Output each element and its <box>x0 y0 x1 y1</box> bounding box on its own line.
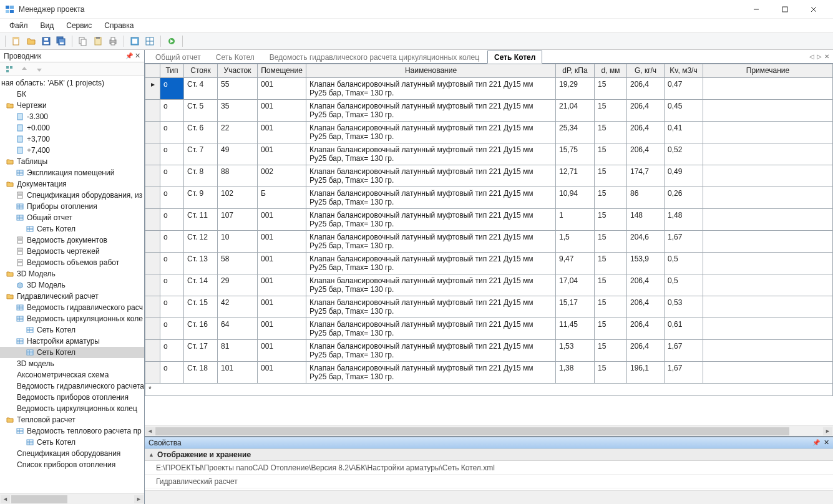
tb-grid-icon[interactable] <box>143 34 157 48</box>
table-row[interactable]: oСт. 1542001Клапан балансировочный латун… <box>145 296 833 318</box>
cell-d[interactable]: 15 <box>595 296 627 318</box>
minimize-button[interactable] <box>742 0 771 19</box>
tree-item[interactable]: Общий отчет <box>0 212 144 223</box>
scroll-thumb[interactable] <box>11 495 67 503</box>
menu-help[interactable]: Справка <box>99 20 139 31</box>
col-name[interactable]: Наименование <box>306 64 556 78</box>
table-row[interactable]: oСт. 9102БКлапан балансировочный латунны… <box>145 187 833 209</box>
grid-scroll-thumb[interactable] <box>155 427 789 435</box>
cell-riser[interactable]: Ст. 9 <box>184 187 218 209</box>
tb-print-icon[interactable] <box>106 34 120 48</box>
cell-name[interactable]: Клапан балансировочный латунный муфтовый… <box>306 274 556 296</box>
cell-name[interactable]: Клапан балансировочный латунный муфтовый… <box>306 187 556 209</box>
col-section[interactable]: Участок <box>218 64 258 78</box>
tree-item[interactable]: Аксонометрическая схема <box>0 369 144 380</box>
cell-g[interactable]: 206,4 <box>627 274 665 296</box>
tree-item[interactable]: Ведомость чертежей <box>0 246 144 257</box>
cell-note[interactable] <box>703 362 833 384</box>
cell-riser[interactable]: Ст. 4 <box>184 78 218 100</box>
cell-name[interactable]: Клапан балансировочный латунный муфтовый… <box>306 143 556 165</box>
cell-room[interactable]: 001 <box>258 318 306 340</box>
row-header[interactable] <box>145 209 160 231</box>
cell-note[interactable] <box>703 165 833 187</box>
tab-hydraulic-report[interactable]: Ведомость гидравлического расчета циркул… <box>263 51 486 64</box>
cell-g[interactable]: 206,4 <box>627 143 665 165</box>
cell-kv[interactable]: 1,67 <box>665 340 703 362</box>
row-header[interactable] <box>145 122 160 143</box>
cell-dp[interactable]: 9,47 <box>556 253 595 274</box>
pin-icon[interactable]: 📌 <box>125 52 132 59</box>
cell-name[interactable]: Клапан балансировочный латунный муфтовый… <box>306 318 556 340</box>
cell-d[interactable]: 15 <box>595 122 627 143</box>
table-row[interactable]: oСт. 749001Клапан балансировочный латунн… <box>145 143 833 165</box>
cell-g[interactable]: 204,6 <box>627 231 665 253</box>
cell-type[interactable]: o <box>160 78 184 100</box>
cell-d[interactable]: 15 <box>595 274 627 296</box>
cell-d[interactable]: 15 <box>595 340 627 362</box>
cell-room[interactable]: 001 <box>258 362 306 384</box>
cell-g[interactable]: 206,4 <box>627 318 665 340</box>
cell-note[interactable] <box>703 209 833 231</box>
scroll-left-icon[interactable]: ◄ <box>1 495 10 503</box>
cell-section[interactable]: 55 <box>218 78 258 100</box>
cell-section[interactable]: 22 <box>218 122 258 143</box>
table-row[interactable]: oСт. 1358001Клапан балансировочный латун… <box>145 253 833 274</box>
row-header[interactable]: ▸ <box>145 78 160 100</box>
explorer-hscrollbar[interactable]: ◄ ► <box>0 493 144 504</box>
cell-dp[interactable]: 10,94 <box>556 187 595 209</box>
cell-g[interactable]: 206,4 <box>627 122 665 143</box>
tree-item[interactable]: Ведомость циркуляционных колец <box>0 403 144 414</box>
cell-type[interactable]: o <box>160 274 184 296</box>
cell-riser[interactable]: Ст. 5 <box>184 100 218 122</box>
cell-riser[interactable]: Ст. 14 <box>184 274 218 296</box>
explorer-tree[interactable]: ная область: 'АБК' (1 projects) БКЧертеж… <box>0 76 144 493</box>
cell-room[interactable]: 001 <box>258 78 306 100</box>
menu-file[interactable]: Файл <box>4 20 34 31</box>
table-row[interactable]: oСт. 1664001Клапан балансировочный латун… <box>145 318 833 340</box>
tree-item[interactable]: Приборы отопления <box>0 201 144 212</box>
row-header[interactable] <box>145 253 160 274</box>
cell-riser[interactable]: Ст. 7 <box>184 143 218 165</box>
tb-paste-icon[interactable] <box>91 34 105 48</box>
col-riser[interactable]: Стояк <box>184 64 218 78</box>
cell-g[interactable]: 196,1 <box>627 362 665 384</box>
tb-run-icon[interactable] <box>165 34 178 48</box>
cell-section[interactable]: 49 <box>218 143 258 165</box>
cell-g[interactable]: 86 <box>627 187 665 209</box>
cell-room[interactable]: 001 <box>258 253 306 274</box>
tree-item[interactable]: +0.000 <box>0 122 144 133</box>
cell-g[interactable]: 206,4 <box>627 296 665 318</box>
tree-item[interactable]: +3,700 <box>0 133 144 145</box>
grid-scroll-right-icon[interactable]: ► <box>823 427 832 435</box>
tree-item[interactable]: Ведомость гидравлического расчета <box>0 380 144 392</box>
tree-item[interactable]: Ведомость объемов работ <box>0 257 144 268</box>
cell-dp[interactable]: 15,75 <box>556 143 595 165</box>
cell-dp[interactable]: 1,5 <box>556 231 595 253</box>
col-type[interactable]: Тип <box>160 64 184 78</box>
cell-note[interactable] <box>703 253 833 274</box>
row-header[interactable] <box>145 187 160 209</box>
cell-note[interactable] <box>703 187 833 209</box>
tree-item[interactable]: Таблицы <box>0 156 144 167</box>
scroll-right-icon[interactable]: ► <box>134 495 144 503</box>
cell-name[interactable]: Клапан балансировочный латунный муфтовый… <box>306 253 556 274</box>
tb-open-icon[interactable] <box>24 34 38 48</box>
cell-type[interactable]: o <box>160 231 184 253</box>
cell-d[interactable]: 15 <box>595 165 627 187</box>
cell-kv[interactable]: 0,52 <box>665 143 703 165</box>
table-row[interactable]: oСт. 18101001Клапан балансировочный лату… <box>145 362 833 384</box>
cell-type[interactable]: o <box>160 143 184 165</box>
tree-item[interactable]: Экспликация помещений <box>0 167 144 178</box>
col-note[interactable]: Примечание <box>703 64 833 78</box>
cell-type[interactable]: o <box>160 209 184 231</box>
cell-name[interactable]: Клапан балансировочный латунный муфтовый… <box>306 231 556 253</box>
cell-room[interactable]: 001 <box>258 100 306 122</box>
cell-kv[interactable]: 0,47 <box>665 78 703 100</box>
col-dp[interactable]: dP, кПа <box>556 64 595 78</box>
cell-type[interactable]: o <box>160 318 184 340</box>
col-kv[interactable]: Kv, м3/ч <box>665 64 703 78</box>
table-row[interactable]: oСт. 535001Клапан балансировочный латунн… <box>145 100 833 122</box>
tree-item[interactable]: 3D модель <box>0 358 144 369</box>
tree-item[interactable]: Документация <box>0 178 144 190</box>
cell-dp[interactable]: 12,71 <box>556 165 595 187</box>
